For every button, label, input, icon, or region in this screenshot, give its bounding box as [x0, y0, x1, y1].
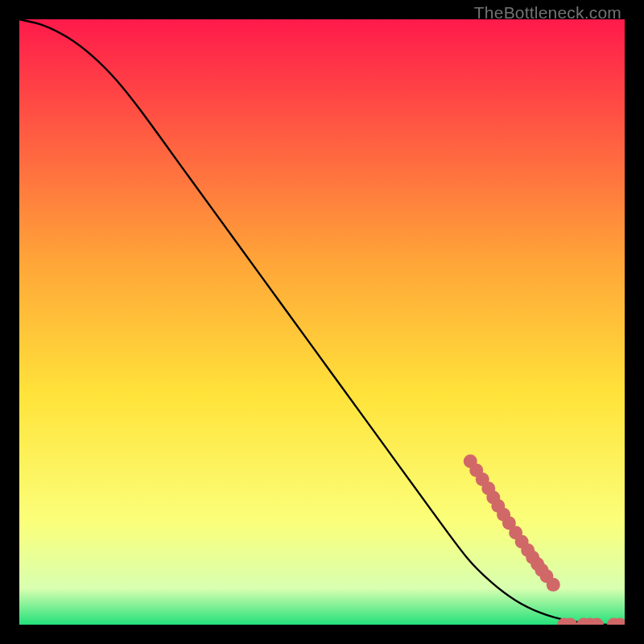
baseline-dot-cluster [557, 618, 625, 625]
watermark-text: TheBottleneck.com [474, 3, 621, 23]
gradient-background [19, 19, 625, 625]
data-dot [547, 578, 560, 592]
chart-frame [19, 19, 625, 625]
bottleneck-curve-chart [19, 19, 625, 625]
